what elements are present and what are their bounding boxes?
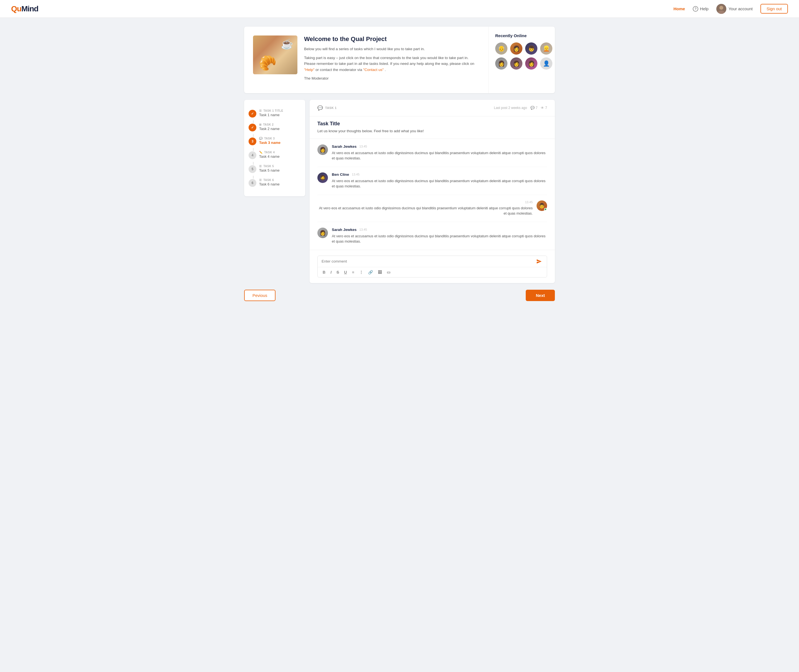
view-count: 👁 7 — [541, 106, 547, 110]
online-avatar-8: 👤 — [540, 58, 552, 70]
nav-home[interactable]: Home — [673, 6, 685, 11]
logo-qu: Qu — [11, 5, 21, 13]
main-content: Welcome to the Qual Project Below you wi… — [239, 18, 560, 320]
welcome-text: Welcome to the Qual Project Below you wi… — [304, 35, 480, 84]
task5-name: Task 5 name — [259, 168, 301, 173]
ordered-list-button[interactable]: ≡ — [351, 269, 355, 275]
sidebar-item-task3[interactable]: 3 💬 TASK 3 Task 3 name — [244, 134, 305, 148]
comment-input-box: B I S U ≡ ⋮ 🔗 🖼 ▭ — [318, 256, 547, 277]
discussion-icon: 💬 — [318, 106, 323, 110]
help-link[interactable]: "Help" — [304, 68, 314, 72]
sidebar-item-task6[interactable]: 6 ☰ TASK 6 Task 6 name — [244, 176, 305, 190]
comment-4-time: 13.45 — [359, 228, 367, 231]
svg-point-1 — [719, 6, 723, 10]
sidebar-item-task2[interactable]: ✓ ⊞ TASK 2 Task 2 name — [244, 120, 305, 134]
comment-2-author: Ben Cline — [332, 173, 349, 177]
online-avatar-6: 👩 — [510, 58, 522, 70]
comment-1: 👩 Sarah Jewkes 13.45 At vero eos et accu… — [318, 139, 547, 167]
task-header-label: TASK 1 — [325, 106, 337, 109]
recently-online-title: Recently Online — [495, 33, 548, 38]
comment-toolbar: B I S U ≡ ⋮ 🔗 🖼 ▭ — [318, 267, 547, 277]
task1-name: Task 1 name — [259, 113, 301, 117]
bold-button[interactable]: B — [321, 269, 327, 275]
comment-2-meta: Ben Cline 13.45 — [332, 173, 547, 177]
task1-label: ☰ TASK 1 TITLE — [259, 109, 301, 112]
header: QuMind Home ? Help Your account Sign out — [0, 0, 799, 18]
comment-icon: 💬 — [531, 106, 534, 110]
welcome-content: Welcome to the Qual Project Below you wi… — [244, 27, 488, 93]
comment-count: 💬 7 — [531, 106, 537, 110]
eye-icon: 👁 — [541, 106, 544, 110]
bottom-section: ✓ ☰ TASK 1 TITLE Task 1 name ✓ ⊞ TASK 2 — [244, 100, 555, 283]
nav-help[interactable]: ? Help — [693, 6, 709, 12]
task2-label: ⊞ TASK 2 — [259, 123, 301, 126]
contact-link[interactable]: "Contact us" — [363, 68, 384, 72]
task-subtitle: Let us know your thoughts below. Feel fr… — [318, 129, 547, 133]
task4-badge: 4 — [249, 151, 256, 159]
comment-3: 👨 13.45 At vero eos et accusamus et iust… — [318, 195, 547, 222]
send-button[interactable] — [535, 259, 543, 264]
comment-1-text: At vero eos et accusamus et iusto odio d… — [332, 150, 547, 161]
image-button[interactable]: 🖼 — [377, 269, 383, 275]
task3-icon: 💬 — [259, 137, 263, 140]
comments-container: 👩 Sarah Jewkes 13.45 At vero eos et accu… — [310, 139, 555, 250]
next-button[interactable]: Next — [526, 290, 555, 301]
unordered-list-button[interactable]: ⋮ — [358, 269, 364, 275]
sidebar-item-task4[interactable]: 4 ✏️ TASK 4 Task 4 name — [244, 148, 305, 162]
comment-4: 👩 Sarah Jewkes 13.45 At vero eos et accu… — [318, 222, 547, 250]
task5-label: ☰ TASK 5 — [259, 165, 301, 168]
welcome-title: Welcome to the Qual Project — [304, 35, 480, 43]
task1-badge: ✓ — [249, 110, 256, 118]
online-avatar-5: 👩 — [495, 58, 507, 70]
media-button[interactable]: ▭ — [386, 269, 391, 275]
comment-1-avatar: 👩 — [318, 144, 328, 155]
comment-3-text: At vero eos et accusamus et iusto odio d… — [318, 205, 533, 216]
comment-1-meta: Sarah Jewkes 13.45 — [332, 144, 547, 149]
content-area: 💬 TASK 1 Last post 2 weeks ago 💬 7 👁 7 — [310, 100, 555, 283]
link-button[interactable]: 🔗 — [367, 269, 374, 275]
online-indicator — [544, 208, 547, 211]
task4-icon: ✏️ — [259, 151, 263, 154]
logo[interactable]: QuMind — [11, 5, 38, 13]
task2-icon: ⊞ — [259, 123, 262, 126]
sidebar-item-task5[interactable]: 5 ☰ TASK 5 Task 5 name — [244, 162, 305, 176]
task5-badge: 5 — [249, 165, 256, 173]
main-nav: Home ? Help Your account Sign out — [673, 4, 788, 14]
strikethrough-button[interactable]: S — [335, 269, 340, 275]
previous-button[interactable]: Pevious — [244, 290, 276, 301]
welcome-body: Taking part is easy – just click on the … — [304, 55, 480, 73]
comment-3-time: 13.45 — [525, 200, 533, 204]
welcome-intro: Below you will find a series of tasks wh… — [304, 46, 480, 52]
avatars-grid: 👴 👩 👦 👱 👩 👩 👩 👤 — [495, 42, 548, 70]
task4-name: Task 4 name — [259, 154, 301, 158]
welcome-card: Welcome to the Qual Project Below you wi… — [244, 27, 555, 93]
comment-4-text: At vero eos et accusamus et iusto odio d… — [332, 234, 547, 244]
online-avatar-2: 👩 — [510, 42, 522, 54]
task2-name: Task 2 name — [259, 127, 301, 131]
underline-button[interactable]: U — [343, 269, 348, 275]
online-avatar-3: 👦 — [525, 42, 537, 54]
nav-account[interactable]: Your account — [716, 4, 752, 14]
signout-button[interactable]: Sign out — [760, 4, 788, 14]
task5-icon: ☰ — [259, 165, 262, 168]
comment-2-time: 13.45 — [352, 173, 359, 176]
italic-button[interactable]: I — [329, 269, 333, 275]
online-avatar-7: 👩 — [525, 58, 537, 70]
task6-name: Task 6 name — [259, 182, 301, 186]
sidebar-item-task1[interactable]: ✓ ☰ TASK 1 TITLE Task 1 name — [244, 106, 305, 120]
task1-icon: ☰ — [259, 109, 262, 112]
task3-badge: 3 — [249, 138, 256, 145]
last-post-text: Last post 2 weeks ago — [494, 106, 527, 110]
comment-4-author: Sarah Jewkes — [332, 227, 356, 232]
task3-name: Task 3 name — [259, 141, 301, 145]
task-title-section: Task Title Let us know your thoughts bel… — [310, 117, 555, 139]
online-avatar-4: 👱 — [540, 42, 552, 54]
task-meta: Last post 2 weeks ago 💬 7 👁 7 — [494, 106, 547, 110]
comment-1-time: 13.45 — [359, 145, 367, 148]
logo-mind: Mind — [21, 5, 38, 13]
task2-badge: ✓ — [249, 124, 256, 131]
comment-input[interactable] — [321, 259, 535, 263]
comment-2-text: At vero eos et accusamus et iusto odio d… — [332, 178, 547, 189]
online-avatar-1: 👴 — [495, 42, 507, 54]
moderator-signature: The Moderator — [304, 75, 480, 82]
